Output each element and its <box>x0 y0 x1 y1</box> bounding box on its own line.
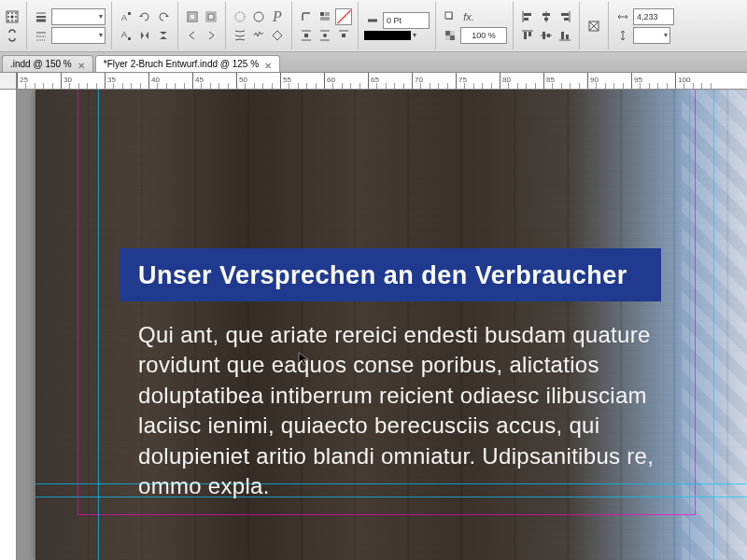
text-wrap-none-icon[interactable] <box>335 8 352 25</box>
ellipse-dotted-icon[interactable] <box>232 8 248 25</box>
chain-constrain-icon[interactable] <box>4 27 21 44</box>
width-field[interactable]: 4,233 <box>633 8 674 25</box>
subscript-icon[interactable]: A <box>118 27 134 44</box>
stroke-weight-dropdown[interactable] <box>51 8 106 25</box>
reference-point-icon[interactable] <box>4 8 21 25</box>
svg-rect-46 <box>524 13 531 16</box>
close-icon[interactable]: ✕ <box>78 61 85 68</box>
heading-text[interactable]: Unser Versprechen an den Verbraucher <box>120 248 661 301</box>
roughen-icon[interactable] <box>250 27 267 44</box>
svg-rect-41 <box>445 12 452 19</box>
svg-point-2 <box>11 12 13 14</box>
align-right-edges-icon[interactable] <box>557 8 573 25</box>
svg-rect-47 <box>524 18 529 21</box>
height-icon <box>614 27 631 44</box>
select-prev-icon[interactable] <box>184 27 201 44</box>
guide-vertical[interactable] <box>713 90 714 560</box>
width-value: 4,233 <box>637 12 658 21</box>
svg-point-7 <box>7 20 9 21</box>
control-panel: A A P <box>0 0 747 52</box>
paragraph-icon[interactable]: P <box>269 8 286 25</box>
svg-point-1 <box>7 12 9 14</box>
rotate-90-cw-icon[interactable] <box>155 8 172 25</box>
svg-point-25 <box>254 12 263 21</box>
svg-rect-59 <box>547 34 550 37</box>
svg-rect-31 <box>304 34 308 37</box>
cursor-icon <box>297 351 312 370</box>
opacity-icon <box>442 27 458 44</box>
svg-point-34 <box>323 34 327 37</box>
body-text[interactable]: Qui ant, que ariate rereici endesti busd… <box>120 301 661 501</box>
svg-rect-21 <box>190 14 195 20</box>
opacity-field[interactable]: 100 % <box>460 27 507 44</box>
tab-label-1: *Flyer 2-Bruch Entwurf.indd @ 125 % <box>104 59 259 69</box>
convert-point-icon[interactable] <box>269 27 286 44</box>
svg-point-9 <box>15 20 17 21</box>
stroke-weight-icon2 <box>364 12 381 29</box>
guide-vertical[interactable] <box>689 90 690 560</box>
vertical-ruler[interactable] <box>0 90 17 560</box>
corner-options-icon[interactable] <box>298 8 315 25</box>
opacity-value: 100 % <box>472 31 496 40</box>
flip-horizontal-icon[interactable] <box>136 27 153 44</box>
svg-rect-19 <box>128 37 131 40</box>
stroke-type-swatch[interactable] <box>364 31 411 40</box>
svg-text:A: A <box>121 30 127 39</box>
svg-rect-17 <box>128 12 131 15</box>
effects-icon[interactable]: fx. <box>460 8 477 25</box>
text-wrap-bounding-icon[interactable] <box>298 27 315 44</box>
text-wrap-jump-icon[interactable] <box>335 27 352 44</box>
stroke-style-dropdown[interactable] <box>51 27 106 44</box>
svg-rect-44 <box>450 35 455 40</box>
align-center-h-icon[interactable] <box>538 8 555 25</box>
drop-shadow-icon[interactable] <box>442 8 458 25</box>
select-container-icon[interactable] <box>184 8 201 25</box>
svg-point-8 <box>11 20 13 21</box>
align-top-edges-icon[interactable] <box>519 27 536 44</box>
guide-vertical[interactable] <box>98 90 99 560</box>
select-content-icon[interactable] <box>203 8 219 25</box>
ellipse-icon[interactable] <box>250 8 267 25</box>
flip-vertical-icon[interactable] <box>155 27 172 44</box>
svg-rect-56 <box>529 32 531 36</box>
stroke-weight-field[interactable]: 0 Pt <box>383 12 430 29</box>
document-workspace: Unser Versprechen an den Verbraucher Qui… <box>0 90 747 560</box>
svg-rect-49 <box>543 13 550 16</box>
close-icon[interactable]: ✕ <box>264 61 272 68</box>
width-icon <box>614 8 631 25</box>
text-wrap-left-icon[interactable] <box>317 8 333 25</box>
horizontal-ruler[interactable]: 253035404550556065707580859095100 <box>0 73 747 90</box>
rotate-90-ccw-icon[interactable] <box>136 8 153 25</box>
text-wrap-object-icon[interactable] <box>317 27 333 44</box>
align-bottom-edges-icon[interactable] <box>557 27 573 44</box>
svg-rect-26 <box>320 12 324 16</box>
frame-fit-icon[interactable] <box>585 18 602 35</box>
svg-rect-43 <box>445 31 450 35</box>
svg-rect-61 <box>561 32 564 39</box>
svg-rect-52 <box>561 13 569 16</box>
text-frame[interactable]: Unser Versprechen an den Verbraucher Qui… <box>120 248 661 501</box>
svg-rect-37 <box>342 34 345 37</box>
tab-label-0: .indd @ 150 % <box>10 59 72 69</box>
ruler-origin[interactable] <box>0 73 17 90</box>
height-field[interactable] <box>633 27 670 44</box>
document-tab-1[interactable]: *Flyer 2-Bruch Entwurf.indd @ 125 % ✕ <box>95 55 280 72</box>
stroke-weight-value: 0 Pt <box>387 16 402 25</box>
canvas[interactable]: Unser Versprechen an den Verbraucher Qui… <box>17 90 747 560</box>
svg-point-24 <box>235 12 245 21</box>
stroke-style-icon <box>33 27 49 44</box>
svg-rect-53 <box>564 18 569 21</box>
align-left-edges-icon[interactable] <box>519 8 536 25</box>
superscript-icon[interactable]: A <box>118 8 134 25</box>
select-next-icon[interactable] <box>203 27 219 44</box>
guide-vertical[interactable] <box>661 90 662 560</box>
svg-point-6 <box>15 16 17 18</box>
document-tab-0[interactable]: .indd @ 150 % ✕ <box>2 55 93 72</box>
warp-grid-icon[interactable] <box>232 27 248 44</box>
svg-point-5 <box>11 15 14 18</box>
stroke-weight-icon <box>33 8 49 25</box>
align-center-v-icon[interactable] <box>538 27 555 44</box>
svg-point-4 <box>7 16 9 18</box>
svg-rect-50 <box>544 18 548 21</box>
svg-rect-58 <box>543 32 545 39</box>
